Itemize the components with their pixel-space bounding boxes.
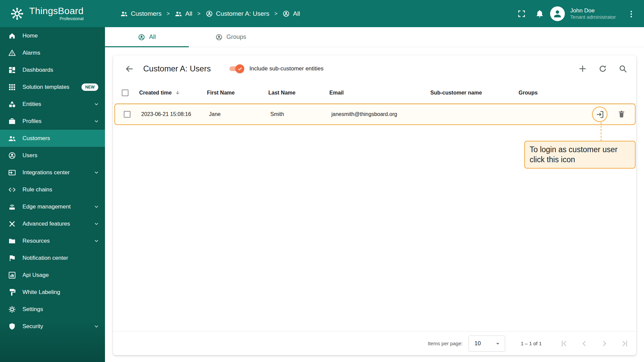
integrations-icon: [8, 169, 16, 177]
include-sub-customer-toggle[interactable]: Include sub-customer entities: [229, 64, 323, 73]
login-icon: [595, 110, 604, 119]
table-row[interactable]: 2023-06-21 15:08:16 Jane Smith janesmith…: [114, 104, 636, 125]
breadcrumb-item-customers[interactable]: Customers: [120, 10, 162, 17]
app-root: ThingsBoard Professional Customers > All…: [0, 0, 644, 362]
sidebar-item-settings[interactable]: Settings: [0, 301, 105, 318]
row-actions: [575, 107, 635, 122]
sidebar-item-home[interactable]: Home: [0, 27, 105, 44]
callout-line-2: click this icon: [530, 155, 630, 165]
toggle-thumb: [235, 64, 244, 73]
chart-icon: [8, 271, 16, 279]
cell-created-time: 2023-06-21 15:08:16: [141, 111, 209, 117]
more-menu-button[interactable]: [623, 6, 639, 21]
sidebar-item-label: Customers: [22, 135, 99, 142]
customers-icon: [8, 134, 16, 142]
breadcrumb-item-customer-a-users[interactable]: Customer A: Users: [206, 10, 269, 17]
sidebar-item-resources[interactable]: Resources: [0, 232, 105, 249]
advanced-features-icon: [8, 220, 16, 228]
kebab-menu-icon: [627, 10, 635, 18]
avatar[interactable]: [550, 6, 565, 21]
next-page-button[interactable]: [600, 339, 609, 348]
user-info: John Doe Tenant administrator: [570, 7, 616, 20]
chevron-down-icon: [94, 238, 99, 243]
user-role: Tenant administrator: [570, 14, 616, 20]
sidebar-item-users[interactable]: Users: [0, 147, 105, 164]
login-as-user-button[interactable]: [592, 107, 607, 122]
user-icon: [138, 34, 145, 41]
row-checkbox[interactable]: [124, 111, 130, 118]
toolbar-actions: [578, 64, 628, 73]
sidebar-item-label: Home: [22, 33, 99, 39]
bell-icon: [535, 9, 544, 18]
sidebar-item-label: Profiles: [22, 118, 88, 125]
add-user-button[interactable]: [578, 64, 587, 73]
sidebar-item-integrations-center[interactable]: Integrations center: [0, 164, 105, 181]
sidebar-item-dashboards[interactable]: Dashboards: [0, 61, 105, 78]
new-badge: NEW: [82, 83, 98, 91]
sidebar-item-alarms[interactable]: Alarms: [0, 44, 105, 61]
notifications-button[interactable]: [532, 6, 547, 21]
chevron-down-icon: [94, 221, 99, 226]
sidebar-item-notification-center[interactable]: Notification center: [0, 249, 105, 266]
toggle-label: Include sub-customer entities: [249, 65, 323, 72]
select-all-checkbox[interactable]: [122, 89, 128, 96]
previous-page-button[interactable]: [580, 339, 589, 348]
breadcrumb-item-all-users[interactable]: All: [282, 10, 300, 17]
folder-icon: [8, 237, 16, 245]
fullscreen-button[interactable]: [514, 6, 529, 21]
brand-logo[interactable]: ThingsBoard Professional: [0, 6, 105, 21]
login-callout: To login as customer user click this ico…: [524, 141, 636, 169]
tab-all[interactable]: All: [105, 27, 189, 47]
breadcrumb-label: All: [293, 10, 300, 17]
sidebar-item-api-usage[interactable]: Api Usage: [0, 266, 105, 284]
last-page-button[interactable]: [620, 339, 629, 348]
column-header-last-name[interactable]: Last Name: [268, 90, 329, 96]
sidebar-item-label: Users: [22, 152, 99, 159]
column-header-first-name[interactable]: First Name: [207, 90, 268, 96]
sidebar-item-security[interactable]: Security: [0, 318, 105, 335]
fullscreen-icon: [517, 9, 526, 18]
column-header-groups[interactable]: Groups: [519, 90, 576, 96]
top-bar: ThingsBoard Professional Customers > All…: [0, 0, 644, 27]
profiles-icon: [8, 117, 16, 125]
toggle-switch[interactable]: [229, 64, 244, 73]
breadcrumb-label: Customer A: Users: [216, 10, 269, 17]
sidebar-item-advanced-features[interactable]: Advanced features: [0, 215, 105, 232]
arrow-back-icon: [125, 64, 134, 73]
users-table-card: Customer A: Users Include sub-customer e…: [113, 55, 636, 355]
sidebar-item-white-labeling[interactable]: White Labeling: [0, 284, 105, 301]
user-icon: [215, 34, 223, 41]
sidebar-item-label: Entities: [22, 101, 88, 108]
breadcrumb-separator: >: [274, 11, 277, 17]
column-header-email[interactable]: Email: [329, 90, 430, 96]
sidebar-item-label: Rule chains: [22, 186, 99, 193]
sidebar-item-entities[interactable]: Entities: [0, 96, 105, 113]
sidebar-item-label: Notification center: [22, 255, 99, 261]
sidebar-item-edge-management[interactable]: Edge management: [0, 198, 105, 215]
edge-icon: [8, 203, 16, 211]
delete-user-button[interactable]: [617, 110, 626, 119]
refresh-button[interactable]: [598, 64, 607, 73]
sidebar-item-rule-chains[interactable]: Rule chains: [0, 181, 105, 198]
column-header-sub-customer[interactable]: Sub-customer name: [430, 90, 519, 96]
search-button[interactable]: [618, 64, 628, 73]
sidebar-item-customers[interactable]: Customers: [0, 130, 105, 147]
callout-connector: [601, 122, 601, 141]
back-button[interactable]: [122, 62, 136, 75]
column-header-created-time[interactable]: Created time: [139, 90, 172, 96]
topbar-actions: John Doe Tenant administrator: [514, 6, 644, 21]
cell-email: janesmith@thingsboard.org: [331, 111, 432, 117]
tab-groups[interactable]: Groups: [189, 27, 273, 47]
tab-bar: All Groups: [105, 27, 644, 47]
breadcrumb: Customers > All > Customer A: Users >: [120, 10, 300, 17]
first-page-button[interactable]: [560, 339, 569, 348]
rule-chains-icon: [8, 186, 16, 194]
sort-desc-icon[interactable]: [175, 90, 180, 96]
sidebar-item-profiles[interactable]: Profiles: [0, 113, 105, 130]
page-size-select[interactable]: 10: [469, 336, 505, 352]
user-icon: [8, 152, 16, 160]
sidebar-item-solution-templates[interactable]: Solution templates NEW: [0, 78, 105, 96]
alarm-icon: [8, 49, 16, 57]
sidebar-item-label: Settings: [22, 306, 99, 313]
breadcrumb-item-all-customers[interactable]: All: [175, 10, 192, 17]
